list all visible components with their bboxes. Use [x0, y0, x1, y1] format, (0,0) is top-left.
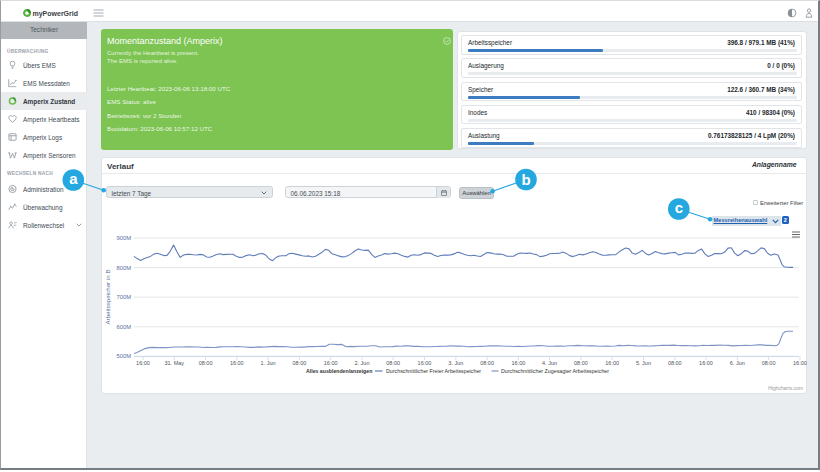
svg-text:a: a — [69, 170, 78, 187]
svg-text:b: b — [521, 171, 530, 188]
svg-text:c: c — [675, 199, 683, 216]
